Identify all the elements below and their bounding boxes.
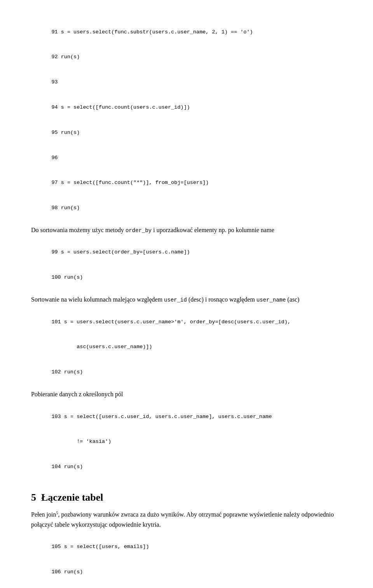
code-line-94: 94 s = select([func.count(users.c.user_i… xyxy=(51,104,190,110)
prose-paragraph-2: Sortowanie na wielu kolumnach malejąco w… xyxy=(31,295,342,305)
code-line-98: 98 run(s) xyxy=(51,205,80,211)
code-line-99: 99 s = users.select(order_by=[users.c.na… xyxy=(51,249,190,255)
code-block-99-100: 99 s = users.select(order_by=[users.c.na… xyxy=(39,240,342,290)
prose2-text: Sortowanie na wielu kolumnach malejąco w… xyxy=(31,296,164,303)
code-line-104: 104 run(s) xyxy=(51,464,83,470)
prose-paragraph-4: Pełen join5, pozbawiony warunków zwraca … xyxy=(31,510,342,529)
page-content: 91 s = users.select(func.substr(users.c.… xyxy=(31,19,342,588)
prose4a-text: Pełen join xyxy=(31,511,56,518)
code-line-102: 102 run(s) xyxy=(51,369,83,375)
prose2-mid: (desc) i rosnąco względem xyxy=(187,296,256,303)
code-line-105: 105 s = select([users, emails]) xyxy=(51,544,149,550)
code-line-106: 106 run(s) xyxy=(51,569,83,575)
prose-paragraph-3: Pobieranie danych z określonych pól xyxy=(31,389,342,399)
code-line-101a: 101 s = users.select(users.c.user_name>'… xyxy=(51,319,291,325)
code-block-101-102: 101 s = users.select(users.c.user_name>'… xyxy=(39,309,342,385)
code-line-92: 92 run(s) xyxy=(51,54,80,60)
prose1-text: Do sortowania możemy użyc metody xyxy=(31,227,125,233)
section-5-heading: 5 Łączenie tabel xyxy=(31,491,342,504)
prose2-code: user_id xyxy=(164,297,187,303)
prose3-text: Pobieranie danych z określonych pól xyxy=(31,391,123,397)
prose-paragraph-1: Do sortowania możemy użyc metody order_b… xyxy=(31,225,342,235)
prose1-code: order_by xyxy=(125,227,152,234)
section-5-title: Łączenie tabel xyxy=(41,492,103,503)
prose2-code2: user_name xyxy=(256,297,286,303)
prose2-end: (asc) xyxy=(286,296,300,303)
prose4b-text: , pozbawiony warunków zwraca za dużo wyn… xyxy=(31,511,334,528)
code-line-97: 97 s = select([func.count("*")], from_ob… xyxy=(51,180,209,186)
code-line-96: 96 xyxy=(51,155,58,161)
code-line-100: 100 run(s) xyxy=(51,274,83,280)
code-line-103a: 103 s = select([users.c.user_id, users.c… xyxy=(51,414,272,420)
section-5-number: 5 xyxy=(31,492,36,503)
code-line-101b: asc(users.c.user_name)]) xyxy=(51,344,152,350)
prose1-end: i uporzadkować elementy np. po kolumnie … xyxy=(152,227,274,233)
code-line-93: 93 xyxy=(51,79,58,85)
code-block-105-110: 105 s = select([users, emails]) 106 run(… xyxy=(39,534,342,588)
code-line-91: 91 s = users.select(func.substr(users.c.… xyxy=(51,29,253,35)
code-line-95: 95 run(s) xyxy=(51,130,80,135)
code-block-103-104: 103 s = select([users.c.user_id, users.c… xyxy=(39,404,342,479)
code-block-91-98: 91 s = users.select(func.substr(users.c.… xyxy=(39,19,342,220)
code-line-103b: != 'kasia') xyxy=(51,439,111,444)
